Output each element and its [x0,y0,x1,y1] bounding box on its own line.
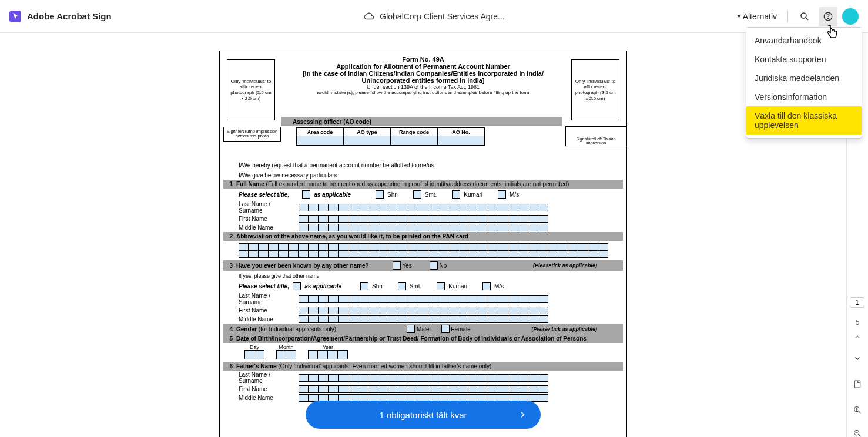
app-header: Adobe Acrobat Sign GlobalCorp Client Ser… [0,0,868,33]
form-under-section: Under section 139A of the Income Tax Act… [223,84,623,90]
last-name-input[interactable] [299,204,548,211]
header-center: GlobalCorp Client Services Agre... [363,11,504,22]
ao-type-input[interactable] [344,136,391,146]
help-button[interactable] [819,7,837,26]
svg-line-1 [806,18,808,20]
svg-line-6 [859,411,860,413]
s3-kumari-checkbox[interactable] [437,282,445,290]
title-applicable-checkbox[interactable] [302,190,310,199]
alternativ-label: Alternativ [743,12,777,21]
section-4-header: 4Gender (for Individual applicants only)… [223,324,623,334]
document-viewport: Only 'Individuals' to affix recent photo… [0,33,846,437]
page-current-badge[interactable]: 1 [850,297,864,308]
header-left: Adobe Acrobat Sign [9,11,112,22]
ao-table: Area code AO type Range code AO No. [296,127,485,146]
photo-box-left: Only 'Individuals' to affix recent photo… [227,59,275,120]
s6-first-input[interactable] [299,385,548,393]
select-title-label: Please select title, [239,191,289,198]
s3-shri-checkbox[interactable] [360,282,368,290]
divider [787,11,788,22]
form-subtitle-1: Application for Allotment of Permanent A… [223,63,623,70]
middle-name-input[interactable] [299,224,548,231]
menu-item-version[interactable]: Versionsinformation [746,88,862,106]
s3-smt-checkbox[interactable] [398,282,406,290]
app-name: Adobe Acrobat Sign [27,11,112,21]
chevron-right-icon [518,411,527,419]
gender-female-checkbox[interactable] [441,325,450,333]
s3-ms-checkbox[interactable] [482,282,491,290]
section-2-header: 2Abbreviation of the above name, as you … [223,232,623,241]
header-right: ▾ Alternativ [734,7,859,26]
dob-month-input[interactable] [276,350,296,359]
request-line-2: I/We give below necessary particulars: [223,170,623,180]
title-smt-checkbox[interactable] [413,190,421,199]
help-dropdown-menu: Användarhandbok Kontakta supporten Jurid… [746,27,862,139]
s3-applicable-checkbox[interactable] [293,282,301,290]
photo-box-right: Only 'Individuals' to affix recent photo… [571,59,619,120]
title-shri-checkbox[interactable] [376,190,384,199]
chevron-down-icon: ▾ [738,13,740,19]
svg-point-3 [827,18,828,19]
acrobat-logo-icon [9,11,21,22]
menu-item-contact-support[interactable]: Kontakta supporten [746,50,862,69]
zoom-out-button[interactable] [853,429,862,437]
ao-number-input[interactable] [438,136,485,146]
form-subtitle-2: [In the case of Indian Citizens/Indian C… [223,70,623,77]
menu-item-legal[interactable]: Juridiska meddelanden [746,69,862,88]
s3-first-input[interactable] [299,307,548,314]
section-3-header: 3Have you ever been known by any other n… [223,260,623,271]
signature-box-right[interactable]: Signature/Left Thumb Impression [565,126,626,146]
dob-day-input[interactable] [244,350,264,359]
ao-area-code-input[interactable] [297,136,344,146]
s3-middle-input[interactable] [299,315,548,323]
ao-range-code-input[interactable] [391,136,438,146]
menu-item-user-guide[interactable]: Användarhandbok [746,31,862,50]
first-name-input[interactable] [299,215,548,223]
form-subtitle-3: Unincorporated entities formed in India] [223,77,623,84]
section-1-header: 1 Full Name (Full expanded name to be me… [223,180,623,189]
svg-point-0 [801,13,806,18]
fit-page-button[interactable] [853,379,862,389]
form-page: Only 'Individuals' to affix recent photo… [219,51,627,437]
page-total-label: 5 [856,318,860,327]
svg-line-10 [859,435,860,436]
document-title: GlobalCorp Client Services Agre... [380,12,504,21]
alternativ-dropdown[interactable]: ▾ Alternativ [734,9,780,23]
other-name-no-checkbox[interactable] [430,261,438,270]
abbrev-input[interactable] [239,243,611,258]
s3-last-input[interactable] [299,295,548,303]
gender-male-checkbox[interactable] [407,325,415,333]
other-name-yes-checkbox[interactable] [393,261,401,270]
ao-header-bar: Assessing officer (AO code) [281,117,562,126]
pill-label: 1 obligatoriskt fält kvar [379,410,467,420]
sign-left-caption: Sign/ leftTumb impression across this ph… [223,127,281,142]
svg-rect-4 [854,381,860,388]
search-button[interactable] [795,7,814,26]
page-up-button[interactable] [854,334,861,341]
form-avoid: avoid mistake (s), please follow the acc… [223,90,623,95]
zoom-in-button[interactable] [853,405,862,415]
title-kumari-checkbox[interactable] [452,190,460,199]
menu-item-classic-experience[interactable]: Växla till den klassiska upplevelsen [746,106,862,135]
title-ms-checkbox[interactable] [498,190,506,199]
page-down-button[interactable] [854,355,861,362]
cloud-icon [363,11,374,22]
dob-year-input[interactable] [308,350,348,359]
request-line-1: I/We hereby request that a permanent acc… [223,160,623,170]
section-6-header: 6Father's Name (Only 'Individual' applic… [223,362,623,371]
section-5-header: 5Date of Birth/Incorporation/Agreement/P… [223,334,623,343]
required-fields-pill[interactable]: 1 obligatoriskt fält kvar [306,401,541,429]
form-number: Form No. 49A [223,56,623,63]
s6-last-input[interactable] [299,374,548,382]
avatar[interactable] [842,8,859,25]
ifyes-label: If yes, please give that other name [223,271,623,280]
